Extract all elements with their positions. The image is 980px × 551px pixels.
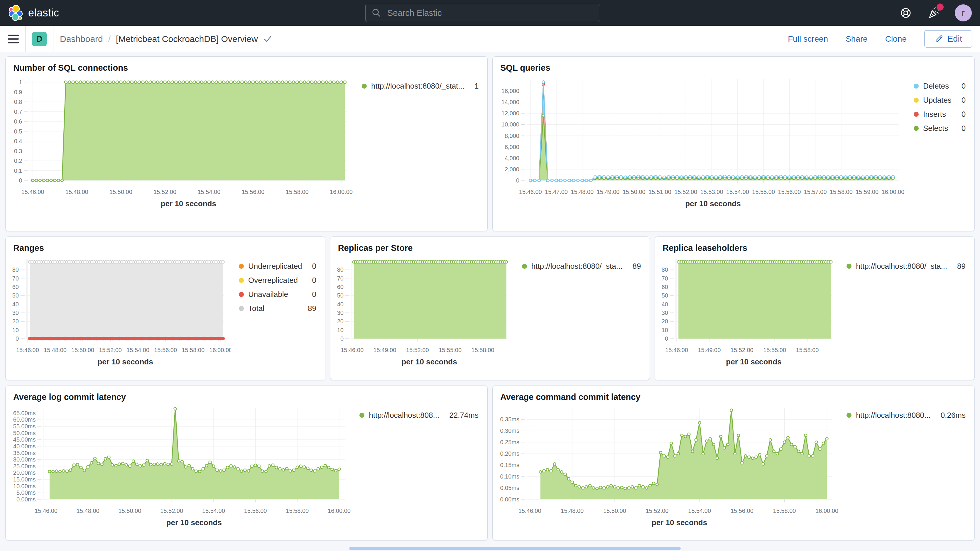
svg-text:16:00:00: 16:00:00 xyxy=(815,508,838,514)
svg-text:15:46:00: 15:46:00 xyxy=(519,189,542,195)
svg-text:70: 70 xyxy=(12,275,19,282)
horizontal-scrollbar-thumb[interactable] xyxy=(349,547,681,550)
svg-text:15:52:00: 15:52:00 xyxy=(730,347,754,353)
legend-label: Overreplicated xyxy=(248,276,298,285)
svg-text:0.00ms: 0.00ms xyxy=(16,496,36,503)
svg-text:30: 30 xyxy=(12,309,19,316)
svg-text:10: 10 xyxy=(12,327,19,333)
svg-text:0.00ms: 0.00ms xyxy=(500,496,519,503)
menu-hamburger-icon[interactable] xyxy=(8,34,19,44)
chart-canvas[interactable]: 15:46:0015:48:0015:50:0015:52:0015:54:00… xyxy=(11,255,231,367)
legend-item[interactable]: Overreplicated0 xyxy=(239,276,316,285)
chart-canvas[interactable]: 15:46:0015:48:0015:50:0015:52:0015:54:00… xyxy=(498,404,839,527)
notification-dot xyxy=(937,3,943,11)
full-screen-button[interactable]: Full screen xyxy=(788,34,828,44)
chart-canvas[interactable]: 15:46:0015:49:0015:52:0015:55:0015:58:00… xyxy=(661,255,839,367)
legend-item[interactable]: Total89 xyxy=(239,304,316,313)
chart-canvas[interactable]: 15:46:0015:48:0015:50:0015:52:0015:54:00… xyxy=(11,404,352,527)
sql-queries-chart[interactable]: 15:46:0015:47:0015:48:0015:49:0015:50:00… xyxy=(498,75,906,209)
svg-text:15.00ms: 15.00ms xyxy=(13,476,36,483)
svg-text:65.00ms: 65.00ms xyxy=(13,410,36,416)
replicas-per-store-chart[interactable]: 15:46:0015:49:0015:52:0015:55:0015:58:00… xyxy=(336,255,514,367)
svg-text:15:56:00: 15:56:00 xyxy=(730,508,754,514)
svg-text:15:56:00: 15:56:00 xyxy=(244,508,267,514)
ranges-chart[interactable]: 15:46:0015:48:0015:50:0015:52:0015:54:00… xyxy=(11,255,231,367)
clone-button[interactable]: Clone xyxy=(885,34,907,44)
svg-text:15:48:00: 15:48:00 xyxy=(571,189,593,195)
title-check-icon[interactable] xyxy=(263,35,272,43)
global-search[interactable] xyxy=(365,4,600,22)
legend-item[interactable]: http://localhost:8080/_sta...89 xyxy=(522,262,641,271)
svg-text:0.9: 0.9 xyxy=(14,89,22,96)
svg-text:15:55:00: 15:55:00 xyxy=(764,347,786,353)
svg-text:20: 20 xyxy=(12,318,19,325)
svg-text:50: 50 xyxy=(662,292,668,299)
svg-text:15:56:00: 15:56:00 xyxy=(778,189,801,195)
legend-item[interactable]: http://localhost:8080/_stat...1 xyxy=(362,81,479,91)
svg-text:80: 80 xyxy=(12,266,19,273)
edit-button[interactable]: Edit xyxy=(924,30,972,48)
elastic-logo[interactable]: elastic xyxy=(8,5,59,21)
replica-leaseholders-legend: http://localhost:8080/_sta...89 xyxy=(839,262,969,367)
legend-item[interactable]: Underreplicated0 xyxy=(239,262,316,271)
ranges-legend: Underreplicated0Overreplicated0Unavailab… xyxy=(231,262,319,367)
legend-value: 22.74ms xyxy=(439,411,479,420)
svg-text:15:58:00: 15:58:00 xyxy=(181,347,205,353)
panel-command-commit-latency: Average command commit latency 15:46:001… xyxy=(492,385,975,540)
legend-value: 89 xyxy=(298,304,316,313)
legend-item[interactable]: Deletes0 xyxy=(914,81,966,91)
legend-item[interactable]: http://localhost:8080/_sta...89 xyxy=(846,262,966,271)
log-commit-latency-chart[interactable]: 15:46:0015:48:0015:50:0015:52:0015:54:00… xyxy=(11,404,352,527)
legend-dot-icon xyxy=(239,306,244,311)
legend-label: http://localhost:8080/_sta... xyxy=(531,262,623,271)
legend-item[interactable]: http://localhost:8080...0.26ms xyxy=(846,411,966,420)
search-input[interactable] xyxy=(387,8,594,18)
newsfeed-button[interactable] xyxy=(927,6,941,20)
legend-item[interactable]: Selects0 xyxy=(914,124,966,133)
svg-text:10: 10 xyxy=(337,327,343,333)
svg-text:15:54:00: 15:54:00 xyxy=(202,508,225,514)
legend-item[interactable]: Updates0 xyxy=(914,96,966,105)
toolbar-divider xyxy=(25,26,25,52)
panel-replicas-per-store: Replicas per Store 15:46:0015:49:0015:52… xyxy=(330,236,650,380)
svg-text:15:50:00: 15:50:00 xyxy=(71,347,94,353)
svg-text:55.00ms: 55.00ms xyxy=(13,423,36,430)
legend-item[interactable]: Inserts0 xyxy=(914,110,966,119)
panel-replica-leaseholders: Replica leaseholders 15:46:0015:49:0015:… xyxy=(655,236,975,380)
svg-text:20: 20 xyxy=(337,318,343,325)
svg-text:0: 0 xyxy=(665,335,668,342)
legend-item[interactable]: http://localhost:808...22.74ms xyxy=(360,411,479,420)
svg-text:per 10 seconds: per 10 seconds xyxy=(161,199,216,208)
svg-text:16,000: 16,000 xyxy=(501,88,519,94)
legend-dot-icon xyxy=(239,292,244,297)
svg-text:per 10 seconds: per 10 seconds xyxy=(97,357,153,366)
replica-leaseholders-chart[interactable]: 15:46:0015:49:0015:52:0015:55:0015:58:00… xyxy=(661,255,839,367)
legend-value: 0 xyxy=(951,110,966,119)
user-avatar[interactable]: r xyxy=(955,5,972,21)
svg-text:0.6: 0.6 xyxy=(14,118,22,125)
log-commit-latency-legend: http://localhost:808...22.74ms xyxy=(352,411,482,527)
command-commit-latency-chart[interactable]: 15:46:0015:48:0015:50:0015:52:0015:54:00… xyxy=(498,404,839,527)
chart-canvas[interactable]: 15:46:0015:49:0015:52:0015:55:0015:58:00… xyxy=(336,255,514,367)
space-switcher[interactable]: D xyxy=(32,32,47,46)
legend-item[interactable]: Unavailable0 xyxy=(239,290,316,299)
breadcrumb-separator: / xyxy=(108,34,111,44)
svg-text:16:00:00: 16:00:00 xyxy=(330,189,353,195)
help-button[interactable] xyxy=(899,6,913,20)
chart-canvas[interactable]: 15:46:0015:48:0015:50:0015:52:0015:54:00… xyxy=(11,75,354,209)
share-button[interactable]: Share xyxy=(846,34,868,44)
chart-canvas[interactable]: 15:46:0015:47:0015:48:0015:49:0015:50:00… xyxy=(498,75,906,209)
svg-text:2,000: 2,000 xyxy=(505,166,519,172)
svg-text:20.00ms: 20.00ms xyxy=(13,470,36,476)
legend-label: Selects xyxy=(923,124,948,133)
svg-text:45.00ms: 45.00ms xyxy=(13,436,36,443)
legend-label: http://localhost:8080/_stat... xyxy=(371,81,465,91)
svg-text:15:46:00: 15:46:00 xyxy=(340,347,364,353)
svg-text:15:58:00: 15:58:00 xyxy=(286,508,309,514)
svg-text:15:54:00: 15:54:00 xyxy=(126,347,150,353)
sql-queries-legend: Deletes0Updates0Inserts0Selects0 xyxy=(906,81,969,209)
legend-value: 0 xyxy=(951,124,966,133)
breadcrumb-dashboard-link[interactable]: Dashboard xyxy=(60,34,103,44)
sql-connections-chart[interactable]: 15:46:0015:48:0015:50:0015:52:0015:54:00… xyxy=(11,75,354,209)
svg-text:15:46:00: 15:46:00 xyxy=(665,347,688,353)
